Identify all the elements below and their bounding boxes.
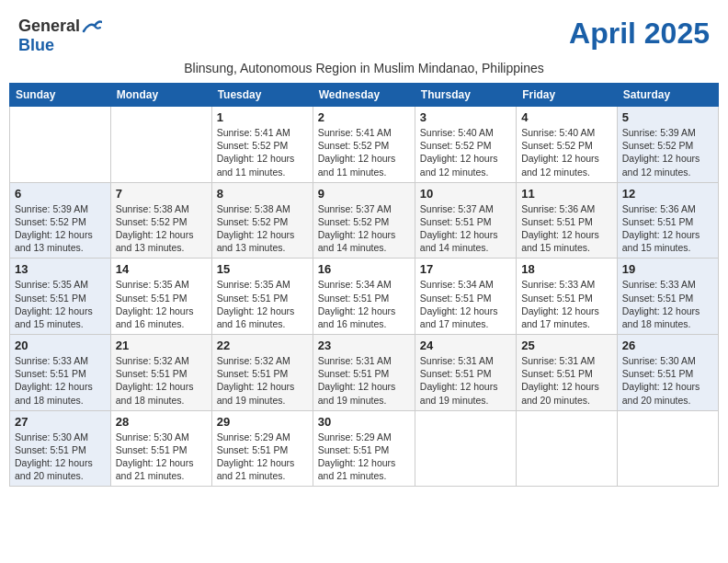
calendar-cell <box>517 410 618 487</box>
day-info: Sunrise: 5:32 AM Sunset: 5:51 PM Dayligh… <box>217 354 308 407</box>
calendar-cell: 7Sunrise: 5:38 AM Sunset: 5:52 PM Daylig… <box>110 182 211 259</box>
day-number: 13 <box>15 262 106 276</box>
day-number: 30 <box>318 415 410 429</box>
calendar-cell: 1Sunrise: 5:41 AM Sunset: 5:52 PM Daylig… <box>211 107 313 183</box>
day-info: Sunrise: 5:40 AM Sunset: 5:52 PM Dayligh… <box>420 126 511 178</box>
calendar-cell: 11Sunrise: 5:36 AM Sunset: 5:51 PM Dayli… <box>517 182 618 259</box>
calendar-cell: 4Sunrise: 5:40 AM Sunset: 5:52 PM Daylig… <box>517 107 618 183</box>
day-info: Sunrise: 5:30 AM Sunset: 5:51 PM Dayligh… <box>116 431 207 483</box>
calendar-cell: 21Sunrise: 5:32 AM Sunset: 5:51 PM Dayli… <box>110 335 211 411</box>
calendar-cell: 16Sunrise: 5:34 AM Sunset: 5:51 PM Dayli… <box>313 259 415 335</box>
day-number: 20 <box>15 339 106 352</box>
calendar-cell: 19Sunrise: 5:33 AM Sunset: 5:51 PM Dayli… <box>617 259 718 335</box>
calendar-cell: 12Sunrise: 5:36 AM Sunset: 5:51 PM Dayli… <box>617 182 718 259</box>
calendar-cell: 15Sunrise: 5:35 AM Sunset: 5:51 PM Dayli… <box>211 259 313 335</box>
logo-general: General <box>18 17 80 36</box>
day-info: Sunrise: 5:32 AM Sunset: 5:51 PM Dayligh… <box>116 354 207 407</box>
day-number: 1 <box>217 110 308 124</box>
day-info: Sunrise: 5:34 AM Sunset: 5:51 PM Dayligh… <box>420 278 511 330</box>
day-info: Sunrise: 5:35 AM Sunset: 5:51 PM Dayligh… <box>116 278 207 330</box>
weekday-header-friday: Friday <box>517 84 618 107</box>
weekday-header-row: SundayMondayTuesdayWednesdayThursdayFrid… <box>10 84 719 107</box>
calendar-cell: 8Sunrise: 5:38 AM Sunset: 5:52 PM Daylig… <box>211 182 313 259</box>
day-info: Sunrise: 5:41 AM Sunset: 5:52 PM Dayligh… <box>318 126 410 178</box>
calendar-cell: 28Sunrise: 5:30 AM Sunset: 5:51 PM Dayli… <box>110 410 211 487</box>
calendar-cell: 18Sunrise: 5:33 AM Sunset: 5:51 PM Dayli… <box>517 259 618 335</box>
weekday-header-wednesday: Wednesday <box>313 84 415 107</box>
weekday-header-tuesday: Tuesday <box>211 84 313 107</box>
day-number: 4 <box>521 110 612 124</box>
calendar-cell <box>10 107 111 183</box>
day-info: Sunrise: 5:36 AM Sunset: 5:51 PM Dayligh… <box>521 202 612 255</box>
day-info: Sunrise: 5:40 AM Sunset: 5:52 PM Dayligh… <box>521 126 612 178</box>
header: General Blue April 2025 <box>9 9 719 59</box>
day-info: Sunrise: 5:33 AM Sunset: 5:51 PM Dayligh… <box>622 278 713 330</box>
day-number: 6 <box>15 187 106 201</box>
calendar-cell <box>415 410 516 487</box>
day-number: 27 <box>15 415 106 429</box>
week-row-2: 13Sunrise: 5:35 AM Sunset: 5:51 PM Dayli… <box>10 259 719 335</box>
calendar-cell <box>110 107 211 183</box>
calendar-cell: 24Sunrise: 5:31 AM Sunset: 5:51 PM Dayli… <box>415 335 516 411</box>
day-info: Sunrise: 5:37 AM Sunset: 5:51 PM Dayligh… <box>420 202 511 255</box>
day-info: Sunrise: 5:38 AM Sunset: 5:52 PM Dayligh… <box>217 202 308 255</box>
day-info: Sunrise: 5:30 AM Sunset: 5:51 PM Dayligh… <box>622 354 713 407</box>
calendar-cell: 13Sunrise: 5:35 AM Sunset: 5:51 PM Dayli… <box>10 259 111 335</box>
day-number: 5 <box>622 110 713 124</box>
day-number: 2 <box>318 110 410 124</box>
day-info: Sunrise: 5:30 AM Sunset: 5:51 PM Dayligh… <box>15 431 106 483</box>
day-info: Sunrise: 5:33 AM Sunset: 5:51 PM Dayligh… <box>521 278 612 330</box>
calendar-cell: 29Sunrise: 5:29 AM Sunset: 5:51 PM Dayli… <box>211 410 313 487</box>
day-number: 19 <box>622 262 713 276</box>
calendar-cell: 26Sunrise: 5:30 AM Sunset: 5:51 PM Dayli… <box>617 335 718 411</box>
day-number: 21 <box>116 339 207 352</box>
week-row-4: 27Sunrise: 5:30 AM Sunset: 5:51 PM Dayli… <box>10 410 719 487</box>
calendar-cell: 3Sunrise: 5:40 AM Sunset: 5:52 PM Daylig… <box>415 107 516 183</box>
day-info: Sunrise: 5:31 AM Sunset: 5:51 PM Dayligh… <box>521 354 612 407</box>
calendar-cell: 14Sunrise: 5:35 AM Sunset: 5:51 PM Dayli… <box>110 259 211 335</box>
weekday-header-sunday: Sunday <box>10 84 111 107</box>
day-number: 25 <box>521 339 612 352</box>
day-number: 17 <box>420 262 511 276</box>
week-row-3: 20Sunrise: 5:33 AM Sunset: 5:51 PM Dayli… <box>10 335 719 411</box>
day-number: 29 <box>217 415 308 429</box>
day-number: 8 <box>217 187 308 201</box>
day-info: Sunrise: 5:31 AM Sunset: 5:51 PM Dayligh… <box>318 354 410 407</box>
day-info: Sunrise: 5:29 AM Sunset: 5:51 PM Dayligh… <box>318 431 410 483</box>
month-title: April 2025 <box>569 17 710 51</box>
day-number: 11 <box>521 187 612 201</box>
day-number: 23 <box>318 339 410 352</box>
weekday-header-saturday: Saturday <box>617 84 718 107</box>
calendar-cell: 30Sunrise: 5:29 AM Sunset: 5:51 PM Dayli… <box>313 410 415 487</box>
logo-blue: Blue <box>18 36 54 54</box>
calendar-cell: 5Sunrise: 5:39 AM Sunset: 5:52 PM Daylig… <box>617 107 718 183</box>
day-number: 18 <box>521 262 612 276</box>
day-number: 15 <box>217 262 308 276</box>
calendar-cell: 27Sunrise: 5:30 AM Sunset: 5:51 PM Dayli… <box>10 410 111 487</box>
day-number: 28 <box>116 415 207 429</box>
day-info: Sunrise: 5:39 AM Sunset: 5:52 PM Dayligh… <box>15 202 106 255</box>
subtitle: Blinsung, Autonomous Region in Muslim Mi… <box>9 61 719 75</box>
calendar-cell: 9Sunrise: 5:37 AM Sunset: 5:52 PM Daylig… <box>313 182 415 259</box>
week-row-0: 1Sunrise: 5:41 AM Sunset: 5:52 PM Daylig… <box>10 107 719 183</box>
day-info: Sunrise: 5:39 AM Sunset: 5:52 PM Dayligh… <box>622 126 713 178</box>
day-number: 12 <box>622 187 713 201</box>
calendar-cell: 20Sunrise: 5:33 AM Sunset: 5:51 PM Dayli… <box>10 335 111 411</box>
week-row-1: 6Sunrise: 5:39 AM Sunset: 5:52 PM Daylig… <box>10 182 719 259</box>
day-info: Sunrise: 5:38 AM Sunset: 5:52 PM Dayligh… <box>116 202 207 255</box>
day-number: 14 <box>116 262 207 276</box>
day-number: 16 <box>318 262 410 276</box>
calendar-cell: 22Sunrise: 5:32 AM Sunset: 5:51 PM Dayli… <box>211 335 313 411</box>
day-number: 3 <box>420 110 511 124</box>
day-info: Sunrise: 5:33 AM Sunset: 5:51 PM Dayligh… <box>15 354 106 407</box>
day-number: 22 <box>217 339 308 352</box>
calendar-cell: 23Sunrise: 5:31 AM Sunset: 5:51 PM Dayli… <box>313 335 415 411</box>
calendar-cell: 6Sunrise: 5:39 AM Sunset: 5:52 PM Daylig… <box>10 182 111 259</box>
day-info: Sunrise: 5:36 AM Sunset: 5:51 PM Dayligh… <box>622 202 713 255</box>
day-number: 7 <box>116 187 207 201</box>
day-number: 10 <box>420 187 511 201</box>
calendar-cell: 17Sunrise: 5:34 AM Sunset: 5:51 PM Dayli… <box>415 259 516 335</box>
calendar-cell <box>617 410 718 487</box>
day-info: Sunrise: 5:37 AM Sunset: 5:52 PM Dayligh… <box>318 202 410 255</box>
day-info: Sunrise: 5:35 AM Sunset: 5:51 PM Dayligh… <box>15 278 106 330</box>
